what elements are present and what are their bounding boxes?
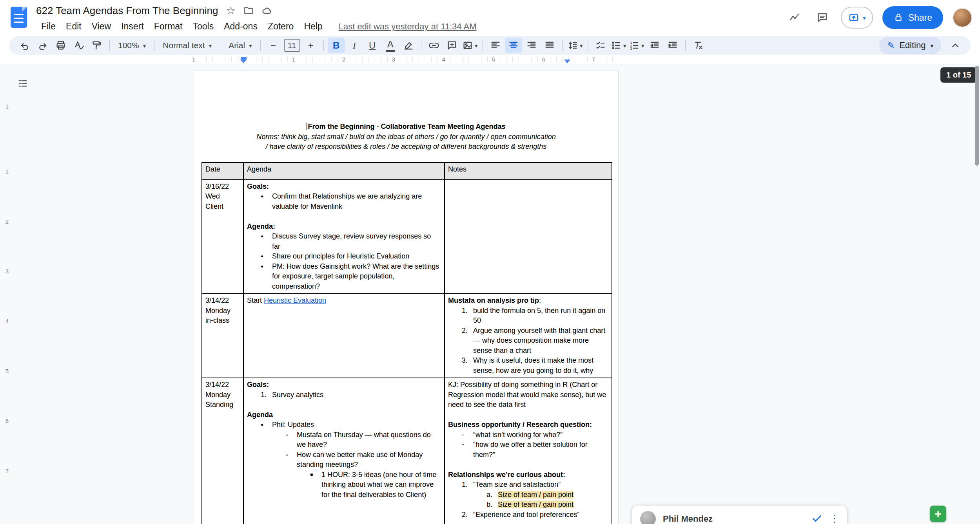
comment-card[interactable]: Phil Mendez ⋮	[632, 506, 847, 524]
paint-format-button[interactable]	[88, 38, 105, 53]
menu-file[interactable]: File	[36, 19, 61, 34]
agenda-cell[interactable]: Goals:1.Survey analytics Agenda●Phil: Up…	[243, 378, 445, 524]
left-indent-marker[interactable]	[240, 57, 247, 63]
document-status-cloud-icon[interactable]	[261, 5, 272, 16]
star-icon[interactable]: ☆	[226, 5, 235, 16]
editing-mode-select[interactable]: ✎ Editing ▾	[879, 37, 941, 54]
table-header-cell[interactable]: Notes	[445, 163, 612, 180]
align-left-button[interactable]	[487, 38, 504, 53]
list-marker: 1.	[261, 390, 272, 400]
bold-button[interactable]: B	[328, 38, 345, 53]
list-marker: ●	[261, 262, 272, 292]
zoom-caret: ▾	[143, 43, 146, 49]
insert-image-button[interactable]: ▾	[461, 38, 479, 53]
line-spacing-button[interactable]: ▾	[566, 38, 584, 53]
doc-paragraph: Agenda:	[247, 222, 441, 232]
text-color-button[interactable]: A	[382, 38, 399, 53]
decrease-font-size-button[interactable]: −	[265, 38, 282, 53]
decrease-indent-button[interactable]	[646, 38, 663, 53]
print-button[interactable]	[52, 38, 69, 53]
increase-font-size-button[interactable]: +	[302, 38, 319, 53]
doc-link[interactable]: Heuristic Evaluation	[264, 296, 326, 304]
toolbar-separator	[588, 40, 588, 51]
menu-insert[interactable]: Insert	[116, 19, 149, 34]
style-caret: ▾	[209, 43, 212, 49]
clear-formatting-button[interactable]	[690, 38, 707, 53]
paragraph-style-select[interactable]: Normal text▾	[158, 38, 216, 53]
move-folder-icon[interactable]	[243, 5, 254, 16]
page-indicator: 1 of 15	[940, 67, 977, 83]
highlight-color-button[interactable]	[400, 38, 417, 53]
doc-paragraph: 2.Argue among yourself with that giant c…	[448, 326, 608, 356]
menu-help[interactable]: Help	[299, 19, 327, 34]
notes-cell[interactable]: KJ: Possibility of doing something in R …	[445, 378, 612, 524]
doc-paragraph: ●Discuss Survey stage, review survey res…	[247, 231, 441, 251]
date-line: Wed	[205, 192, 240, 202]
add-comment-button[interactable]	[443, 38, 461, 53]
right-indent-marker[interactable]	[564, 57, 570, 63]
checklist-button[interactable]	[592, 38, 609, 53]
date-line: Standing	[205, 400, 240, 410]
document-page[interactable]: From the Beginning - Collaborative Team …	[194, 70, 619, 524]
horizontal-ruler[interactable]: 11234567	[0, 55, 980, 64]
font-family-select[interactable]: Arial▾	[224, 38, 257, 53]
ruler-number: 2	[341, 55, 347, 64]
docs-logo-icon[interactable]	[11, 7, 27, 28]
present-to-meeting-button[interactable]: ▾	[841, 7, 873, 29]
date-cell[interactable]: 3/16/22WedClient	[202, 180, 243, 294]
justify-button[interactable]	[541, 38, 558, 53]
undo-button[interactable]	[16, 38, 33, 53]
doc-title[interactable]: 622 Team Agendas From The Beginning	[36, 5, 218, 17]
date-cell[interactable]: 3/14/22Mondayin-class	[202, 294, 243, 378]
zoom-select[interactable]: 100%▾	[113, 38, 151, 53]
image-caret: ▾	[475, 43, 478, 49]
list-marker: -	[462, 430, 473, 440]
doc-paragraph: 1.“Team size and satisfaction”	[448, 480, 608, 490]
ruler-number: 5	[2, 368, 12, 374]
hide-menus-button[interactable]	[947, 38, 964, 53]
agenda-cell[interactable]: Goals:●Confirm that Relationships we are…	[243, 180, 445, 294]
notes-cell[interactable]	[445, 180, 612, 294]
activity-dashboard-icon[interactable]	[786, 9, 804, 27]
add-button[interactable]: +	[930, 506, 946, 522]
insert-link-button[interactable]	[425, 38, 443, 53]
account-avatar[interactable]	[953, 8, 972, 27]
show-outline-button[interactable]	[15, 76, 31, 91]
menu-edit[interactable]: Edit	[61, 19, 87, 34]
align-center-button[interactable]	[505, 38, 522, 53]
date-cell[interactable]: 3/14/22MondayStanding	[202, 378, 243, 524]
agenda-cell[interactable]: Start Heuristic Evaluation	[243, 294, 445, 378]
last-edit-link[interactable]: Last edit was yesterday at 11:34 AM	[339, 22, 477, 32]
font-size-input[interactable]: 11	[284, 39, 300, 52]
ruler-ticks	[194, 57, 619, 62]
resolve-comment-icon[interactable]	[811, 513, 822, 524]
menu-addons[interactable]: Add-ons	[219, 19, 263, 34]
increase-indent-button[interactable]	[664, 38, 681, 53]
menu-tools[interactable]: Tools	[188, 19, 219, 34]
spellcheck-button[interactable]	[70, 38, 87, 53]
list-marker: b.	[486, 500, 498, 510]
bulleted-list-button[interactable]: ▾	[610, 38, 627, 53]
align-right-button[interactable]	[523, 38, 540, 53]
menu-zotero[interactable]: Zotero	[263, 19, 299, 34]
comment-history-icon[interactable]	[813, 9, 831, 27]
table-header-cell[interactable]: Agenda	[243, 163, 445, 180]
italic-button[interactable]: I	[346, 38, 363, 53]
agenda-table[interactable]: DateAgendaNotes 3/16/22WedClientGoals:●C…	[201, 162, 612, 524]
table-header-cell[interactable]: Date	[202, 163, 243, 180]
menu-format[interactable]: Format	[149, 19, 188, 34]
toolbar-separator	[562, 40, 563, 51]
editing-mode-caret: ▾	[930, 43, 933, 49]
redo-button[interactable]	[34, 38, 51, 53]
numbered-list-button[interactable]: 123▾	[628, 38, 645, 53]
comment-author-avatar	[640, 511, 656, 524]
table-row: 3/16/22WedClientGoals:●Confirm that Rela…	[202, 180, 612, 294]
doc-paragraph: Relationships we’re curious about:	[448, 470, 608, 480]
notes-cell[interactable]: Mustafa on analysis pro tip:1.build the …	[445, 294, 612, 378]
vertical-scrollbar[interactable]	[975, 66, 979, 166]
comment-menu-icon[interactable]: ⋮	[829, 513, 840, 524]
underline-button[interactable]: U	[364, 38, 381, 53]
menu-view[interactable]: View	[87, 19, 116, 34]
ruler-number: 6	[2, 417, 12, 424]
share-button[interactable]: Share	[882, 6, 943, 29]
